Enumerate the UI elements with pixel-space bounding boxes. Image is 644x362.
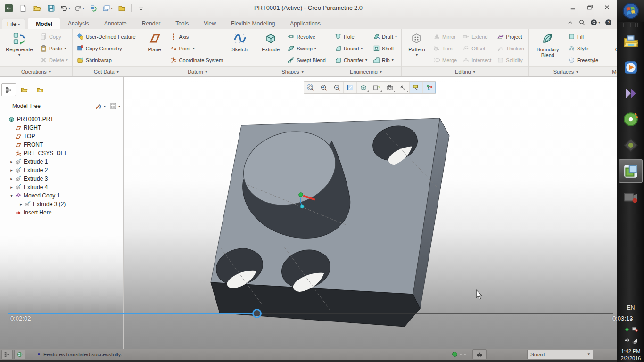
back-button[interactable] xyxy=(2,2,15,14)
video-seekbar[interactable] xyxy=(0,309,617,318)
view-manager-button[interactable] xyxy=(383,82,396,93)
ribbon-thicken-button[interactable]: Thicken xyxy=(495,42,526,54)
ribbon-hole-button[interactable]: Hole xyxy=(333,31,369,42)
tree-show-button[interactable]: ▾ xyxy=(109,102,120,110)
find-button[interactable] xyxy=(472,349,487,359)
close-button[interactable] xyxy=(601,3,613,11)
graphics-area[interactable]: AB Model Tree ▾▾ PRT0001.PRTRIGHTTOPFRON… xyxy=(0,77,617,349)
ribbon-copy-geometry-button[interactable]: Copy Geometry xyxy=(75,42,138,54)
session-folder-button[interactable] xyxy=(115,2,128,14)
ribbon-group-label-shapes[interactable]: Shapes▾ xyxy=(255,66,330,76)
repaint-button[interactable] xyxy=(344,82,357,93)
tree-expand-arrow[interactable]: ▸ xyxy=(8,176,15,181)
minimize-ribbon-button[interactable] xyxy=(567,19,574,26)
ribbon-group-label-datum[interactable]: Datum▾ xyxy=(140,66,255,76)
taskbar-media-player-button[interactable] xyxy=(619,56,643,79)
connect-button[interactable]: ▾ xyxy=(590,19,600,26)
start-button[interactable] xyxy=(617,0,644,22)
tab-applications[interactable]: Applications xyxy=(282,18,328,29)
ribbon-point-button[interactable]: Point▾ xyxy=(168,42,225,54)
language-indicator[interactable]: EN xyxy=(617,304,644,311)
zoom-in-button[interactable] xyxy=(317,82,330,93)
save-button[interactable] xyxy=(44,2,58,14)
selection-filter-dropdown[interactable]: Smart ▼ xyxy=(527,350,593,359)
taskbar-explorer-button[interactable] xyxy=(619,30,643,53)
refit-button[interactable] xyxy=(304,82,317,93)
ribbon-group-label-operations[interactable]: Operations▾ xyxy=(0,66,72,76)
spin-center-button[interactable] xyxy=(423,82,436,93)
tree-item-insert-here[interactable]: Insert Here xyxy=(0,208,123,217)
ribbon-style-button[interactable]: Style xyxy=(566,42,600,54)
regenerate-quick-button[interactable] xyxy=(87,2,100,14)
ribbon-paste-button[interactable]: Paste▾ xyxy=(38,42,70,54)
tree-expand-arrow[interactable]: ▾ xyxy=(8,193,15,198)
tree-item-extrude-1[interactable]: ▸Extrude 1 xyxy=(0,157,123,166)
ribbon-pattern-button[interactable]: Pattern▾ xyxy=(404,30,429,58)
redo-button[interactable]: ▾ xyxy=(73,2,86,14)
ribbon-axis-button[interactable]: Axis xyxy=(168,31,225,42)
folder-browser-tab[interactable] xyxy=(17,83,32,96)
tab-file[interactable]: File▾ xyxy=(2,19,25,29)
window-switch-button[interactable]: ▾ xyxy=(101,2,114,14)
taskbar-screen-capture-button[interactable] xyxy=(619,133,643,157)
ribbon-round-button[interactable]: Round▾ xyxy=(333,42,369,54)
tree-expand-arrow[interactable]: ▸ xyxy=(8,185,15,189)
tab-annotate[interactable]: Annotate xyxy=(97,18,134,29)
tab-flexible-modeling[interactable]: Flexible Modeling xyxy=(223,18,282,29)
ribbon-plane-button[interactable]: Plane xyxy=(143,30,166,53)
tree-expand-arrow[interactable]: ▸ xyxy=(18,202,24,206)
tree-item-front[interactable]: FRONT xyxy=(0,140,123,149)
ribbon-group-label-get-data[interactable]: Get Data▾ xyxy=(73,66,140,76)
taskbar-clock[interactable]: 1:42 PM 2/2/2016 xyxy=(617,348,644,362)
command-search-button[interactable] xyxy=(578,19,586,26)
ribbon-group-label-editing[interactable]: Editing▾ xyxy=(402,66,528,76)
minimize-button[interactable] xyxy=(567,3,579,11)
seek-handle[interactable] xyxy=(252,309,262,318)
ribbon-sketch-button[interactable]: Sketch xyxy=(227,30,252,53)
ribbon-extend-button[interactable]: Extend xyxy=(461,31,493,42)
ribbon-solidify-button[interactable]: Solidify xyxy=(495,54,526,66)
taskbar-kmplayer-button[interactable] xyxy=(619,82,643,105)
zoom-out-button[interactable] xyxy=(330,82,344,93)
ribbon-offset-button[interactable]: Offset xyxy=(461,42,493,54)
tree-expand-arrow[interactable]: ▸ xyxy=(8,168,15,173)
tab-tools[interactable]: Tools xyxy=(168,18,196,29)
ribbon-copy-button[interactable]: Copy xyxy=(38,31,70,42)
tray-volume-icon[interactable] xyxy=(624,337,630,345)
ribbon-coordinate-system-button[interactable]: Coordinate System xyxy=(168,54,225,66)
tree-expand-arrow[interactable]: ▸ xyxy=(8,159,15,164)
tree-item-prt-csys-def[interactable]: PRT_CSYS_DEF xyxy=(0,149,123,157)
ribbon-freestyle-button[interactable]: Freestyle xyxy=(566,54,600,66)
tray-device-icon[interactable] xyxy=(632,326,638,334)
tab-render[interactable]: Render xyxy=(134,18,168,29)
web-browser-button[interactable] xyxy=(14,350,25,359)
tree-item-prt0001-prt[interactable]: PRT0001.PRT xyxy=(0,115,123,123)
toggle-navigator-button[interactable] xyxy=(1,350,13,359)
tree-item-moved-copy-1[interactable]: ▾Moved Copy 1 xyxy=(0,191,123,200)
ribbon-sweep-button[interactable]: Sweep▾ xyxy=(286,42,328,54)
ribbon-user-defined-feature-button[interactable]: User-Defined Feature xyxy=(75,31,138,42)
undo-button[interactable]: ▾ xyxy=(58,2,72,14)
help-button[interactable]: ? xyxy=(605,19,612,26)
favorites-tab[interactable] xyxy=(33,83,47,96)
tab-analysis[interactable]: Analysis xyxy=(60,18,97,29)
tree-item-extrude-4[interactable]: ▸Extrude 4 xyxy=(0,183,123,191)
tree-settings-button[interactable]: ▾ xyxy=(95,102,106,110)
tab-view[interactable]: View xyxy=(196,18,223,29)
restore-button[interactable] xyxy=(584,3,596,11)
ribbon-group-label-surfaces[interactable]: Surfaces▾ xyxy=(529,66,603,76)
ribbon-project-button[interactable]: Project xyxy=(495,31,526,42)
ribbon-shrinkwrap-button[interactable]: Shrinkwrap xyxy=(75,54,138,66)
taskbar-creo-button[interactable] xyxy=(619,159,643,183)
tree-item-extrude-3[interactable]: ▸Extrude 3 xyxy=(0,174,123,183)
ribbon-group-label-engineering[interactable]: Engineering▾ xyxy=(330,66,401,76)
taskbar-recorder-button[interactable] xyxy=(619,185,643,209)
tab-model[interactable]: Model xyxy=(28,18,60,30)
ribbon-trim-button[interactable]: Trim xyxy=(431,42,459,54)
ribbon-delete-button[interactable]: Delete▾ xyxy=(38,54,70,66)
tree-item-extrude-3-2[interactable]: ▸Extrude 3 (2) xyxy=(0,200,123,208)
open-button[interactable] xyxy=(30,2,43,14)
ribbon-draft-button[interactable]: Draft▾ xyxy=(371,31,399,42)
ribbon-regenerate-button[interactable]: Regenerate▾ xyxy=(2,30,36,58)
ribbon-extrude-button[interactable]: Extrude xyxy=(257,30,284,53)
